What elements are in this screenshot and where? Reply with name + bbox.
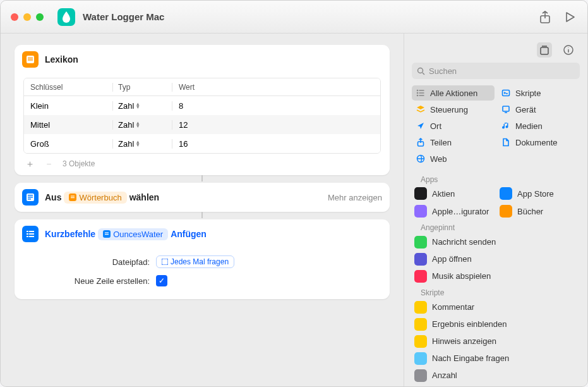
category-steuerung[interactable]: Steuerung	[412, 102, 495, 117]
show-more[interactable]: Mehr anzeigen	[328, 193, 382, 202]
svg-rect-27	[419, 92, 424, 94]
category-gerät[interactable]: Gerät	[497, 102, 580, 117]
add-row-button[interactable]: ＋	[25, 159, 35, 169]
window-title: Water Logger Mac	[83, 11, 164, 22]
type-stepper-icon[interactable]: ▴▾	[136, 140, 144, 147]
app-icon	[500, 205, 512, 218]
col-key: Schlüssel	[24, 83, 112, 92]
table-row[interactable]: Mittel Zahl▴▾ 12	[24, 115, 380, 134]
app-icon	[414, 352, 427, 365]
info-button[interactable]	[561, 42, 576, 58]
svg-rect-9	[71, 196, 75, 197]
app-icon	[500, 187, 512, 200]
category-ort[interactable]: Ort	[412, 118, 495, 133]
app-icon	[414, 205, 427, 218]
library-item[interactable]: Nach Eingabe fragen	[412, 350, 580, 367]
section-angepinnt: Angepinnt	[412, 219, 580, 233]
action-dictionary[interactable]: Lexikon Schlüssel Typ Wert Klein Zahl▴▾ …	[15, 45, 390, 175]
app-icon	[414, 386, 427, 387]
app-icon	[414, 187, 427, 200]
action-title: Lexikon	[45, 54, 78, 64]
ask-each-time-token[interactable]: Jedes Mal fragen	[156, 255, 234, 268]
app-icon	[414, 335, 427, 348]
titlebar: Water Logger Mac	[1, 1, 587, 34]
svg-rect-5	[28, 195, 33, 196]
zoom-window[interactable]	[36, 13, 44, 21]
svg-rect-21	[541, 47, 548, 54]
library-item[interactable]: Aktien	[412, 185, 495, 202]
app-icon	[414, 270, 427, 283]
app-icon	[414, 369, 427, 382]
action-choose[interactable]: Aus Wörterbuch wählen Mehr anzeigen	[15, 183, 390, 212]
app-icon	[414, 253, 427, 266]
col-type: Typ	[112, 83, 172, 92]
app-icon	[414, 318, 427, 331]
svg-rect-25	[419, 90, 424, 91]
svg-rect-13	[27, 233, 28, 235]
run-button[interactable]	[563, 10, 577, 24]
newline-checkbox[interactable]: ✓	[156, 275, 167, 286]
category-grid: Alle AktionenSkripteSteuerungGerätOrtMed…	[404, 84, 587, 171]
svg-rect-19	[105, 234, 109, 235]
svg-rect-3	[28, 59, 33, 61]
library-item[interactable]: Hinweis anzeigen	[412, 333, 580, 350]
table-row[interactable]: Groß Zahl▴▾ 16	[24, 134, 380, 153]
newline-label: Neue Zeile erstellen:	[23, 276, 150, 286]
list-icon	[416, 88, 426, 98]
app-token[interactable]: Kurzbefehle	[45, 229, 95, 239]
library-item[interactable]: Kommentar	[412, 298, 580, 316]
svg-rect-11	[27, 231, 28, 232]
library-item[interactable]: App öffnen	[412, 250, 580, 267]
dictionary-icon	[22, 51, 39, 68]
category-skripte[interactable]: Skripte	[497, 85, 580, 101]
svg-point-24	[417, 90, 419, 92]
remove-row-button[interactable]: －	[44, 159, 54, 169]
action-append[interactable]: Kurzbefehle OuncesWater Anfügen Dateipfa…	[15, 219, 390, 299]
category-medien[interactable]: Medien	[497, 118, 580, 133]
svg-rect-15	[27, 236, 28, 237]
library-item[interactable]: Nachricht senden	[412, 233, 580, 250]
svg-rect-7	[28, 199, 31, 200]
minimize-window[interactable]	[23, 13, 31, 21]
library-item[interactable]: Musik abspielen	[412, 267, 580, 285]
filepath-label: Dateipfad:	[23, 257, 150, 267]
web-icon	[416, 154, 426, 164]
library-item[interactable]: Anzahl	[412, 367, 580, 384]
library-tab-button[interactable]	[537, 42, 552, 58]
svg-point-26	[417, 92, 419, 94]
library-item[interactable]: App Store	[497, 185, 580, 202]
category-alle-aktionen[interactable]: Alle Aktionen	[412, 85, 495, 101]
search-icon	[417, 67, 425, 75]
table-row[interactable]: Klein Zahl▴▾ 8	[24, 96, 380, 115]
library-item[interactable]: Apple…igurator	[412, 203, 495, 219]
variable-token[interactable]: OuncesWater	[98, 228, 168, 240]
library-item[interactable]: Aus Menü auswählen	[412, 384, 580, 386]
svg-rect-14	[29, 233, 34, 235]
share-button[interactable]	[538, 10, 552, 24]
category-dokumente[interactable]: Dokumente	[497, 135, 580, 150]
category-web[interactable]: Web	[412, 151, 495, 166]
svg-rect-6	[28, 197, 33, 198]
search-field[interactable]: Suchen	[412, 63, 580, 79]
svg-rect-31	[503, 106, 509, 111]
app-icon	[414, 301, 427, 314]
variable-token[interactable]: Wörterbuch	[64, 192, 126, 204]
verb-token[interactable]: Anfügen	[171, 229, 207, 239]
svg-point-23	[418, 68, 423, 73]
category-teilen[interactable]: Teilen	[412, 135, 495, 150]
svg-rect-2	[28, 58, 33, 59]
doc-icon	[501, 137, 511, 147]
stack-icon	[416, 104, 426, 114]
type-stepper-icon[interactable]: ▴▾	[136, 121, 144, 128]
library-item[interactable]: Ergebnis einblenden	[412, 316, 580, 333]
library-item[interactable]: Bücher	[497, 203, 580, 219]
app-icon	[414, 236, 427, 249]
connector	[201, 212, 203, 218]
type-stepper-icon[interactable]: ▴▾	[136, 102, 144, 109]
col-value: Wert	[172, 83, 380, 92]
close-window[interactable]	[11, 13, 18, 21]
library-sidebar: Suchen Alle AktionenSkripteSteuerungGerä…	[404, 34, 587, 386]
connector	[201, 175, 203, 181]
device-icon	[501, 104, 511, 114]
row-count: 3 Objekte	[63, 159, 95, 168]
